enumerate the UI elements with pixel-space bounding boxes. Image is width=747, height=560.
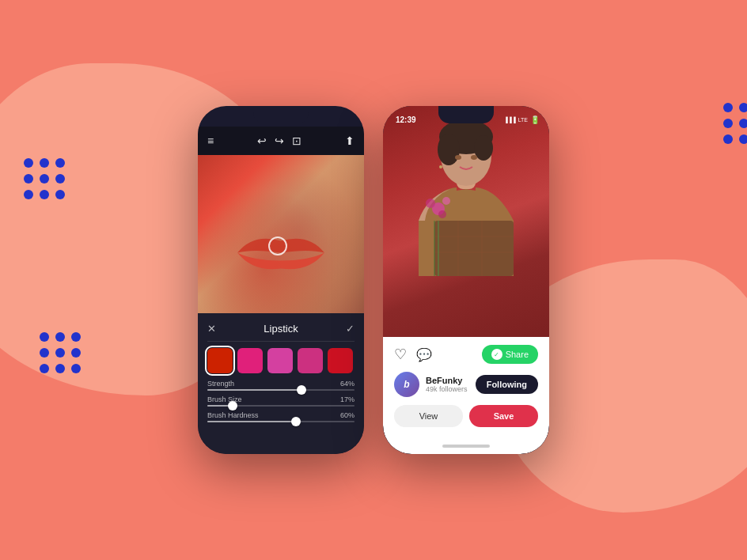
comment-icon[interactable]: 💬 <box>416 347 432 362</box>
following-button[interactable]: Following <box>476 375 538 394</box>
svg-point-15 <box>438 210 446 218</box>
svg-point-5 <box>455 155 461 160</box>
panel-confirm[interactable]: ✓ <box>346 323 355 335</box>
phone-right-notch <box>438 106 494 123</box>
profile-followers: 49k followers <box>426 385 468 393</box>
svg-rect-7 <box>434 221 514 276</box>
phone-right: 12:39 ▐▐▐ LTE 🔋 <box>383 106 549 454</box>
status-icons: ▐▐▐ LTE 🔋 <box>504 115 540 124</box>
strength-fill <box>207 389 301 391</box>
brush-size-slider-row: Brush Size 17% <box>207 395 355 407</box>
battery-icon: 🔋 <box>530 115 540 124</box>
brush-hardness-fill <box>207 421 296 422</box>
panel-close[interactable]: ✕ <box>207 323 216 335</box>
strength-value: 64% <box>340 380 355 388</box>
share-label: Share <box>506 350 529 359</box>
menu-icon[interactable]: ≡ <box>207 134 214 147</box>
brush-hardness-track[interactable] <box>207 421 355 422</box>
profile-info: BeFunky 49k followers <box>426 376 468 393</box>
brush-size-track[interactable] <box>207 405 355 407</box>
panel-header: ✕ Lipstick ✓ <box>207 320 355 342</box>
undo-icon[interactable]: ↩ <box>257 134 267 147</box>
swatch-3[interactable] <box>298 348 323 373</box>
save-button[interactable]: Save <box>469 405 538 427</box>
svg-point-18 <box>439 165 442 168</box>
social-actions: ♡ 💬 ✓ Share <box>394 345 538 364</box>
profile-name: BeFunky <box>426 376 468 385</box>
heart-icon[interactable]: ♡ <box>394 346 407 363</box>
view-button[interactable]: View <box>394 405 463 427</box>
panel-title: Lipstick <box>264 323 298 335</box>
strength-label-row: Strength 64% <box>207 380 355 388</box>
phone-left: ≡ ↩ ↪ ⊡ ⬆ <box>198 106 364 454</box>
signal-icon: ▐▐▐ <box>504 117 516 123</box>
phone-left-inner: ≡ ↩ ↪ ⊡ ⬆ <box>198 106 364 454</box>
svg-point-3 <box>438 134 460 165</box>
redo-icon[interactable]: ↪ <box>275 134 284 147</box>
strength-track[interactable] <box>207 389 355 391</box>
strength-slider-row: Strength 64% <box>207 380 355 391</box>
profile-left: b BeFunky 49k followers <box>394 372 468 397</box>
color-swatches <box>207 342 355 380</box>
brush-hardness-slider-row: Brush Hardness 60% <box>207 411 355 422</box>
swatch-2[interactable] <box>267 348 293 373</box>
social-panel: ♡ 💬 ✓ Share b BeFunky <box>383 337 549 454</box>
share-button[interactable]: ✓ Share <box>482 345 538 364</box>
home-indicator <box>442 445 490 448</box>
svg-point-14 <box>442 197 450 205</box>
brush-size-thumb[interactable] <box>228 401 237 411</box>
strength-thumb[interactable] <box>297 385 306 395</box>
action-buttons: View Save <box>394 405 538 427</box>
portrait-image <box>383 106 549 343</box>
social-left-icons: ♡ 💬 <box>394 346 432 363</box>
phone-left-toolbar: ≡ ↩ ↪ ⊡ ⬆ <box>198 127 364 155</box>
avatar: b <box>394 372 419 397</box>
brush-hardness-value: 60% <box>340 411 355 419</box>
profile-row: b BeFunky 49k followers Following <box>394 372 538 397</box>
status-time: 12:39 <box>396 115 416 124</box>
whatsapp-icon: ✓ <box>491 349 502 360</box>
share-icon[interactable]: ⬆ <box>345 134 355 147</box>
phones-container: ≡ ↩ ↪ ⊡ ⬆ <box>0 0 747 560</box>
svg-point-13 <box>426 199 435 208</box>
person-silhouette <box>395 118 537 339</box>
phone-right-inner: 12:39 ▐▐▐ LTE 🔋 <box>383 106 549 454</box>
swatch-0[interactable] <box>207 348 233 373</box>
brush-cursor <box>268 236 287 255</box>
brush-hardness-label: Brush Hardness <box>207 411 259 419</box>
swatch-4[interactable] <box>328 348 353 373</box>
phone-left-notch <box>253 106 309 123</box>
lipstick-panel: ✕ Lipstick ✓ Strength 64% <box>198 313 364 454</box>
crop-icon[interactable]: ⊡ <box>292 134 301 147</box>
brush-hardness-label-row: Brush Hardness 60% <box>207 411 355 419</box>
strength-label: Strength <box>207 380 234 388</box>
network-icon: LTE <box>518 117 528 123</box>
swatch-1[interactable] <box>237 348 263 373</box>
brush-size-label: Brush Size <box>207 395 242 403</box>
brush-size-value: 17% <box>340 395 355 403</box>
svg-point-6 <box>471 155 477 160</box>
brush-hardness-thumb[interactable] <box>291 417 301 426</box>
